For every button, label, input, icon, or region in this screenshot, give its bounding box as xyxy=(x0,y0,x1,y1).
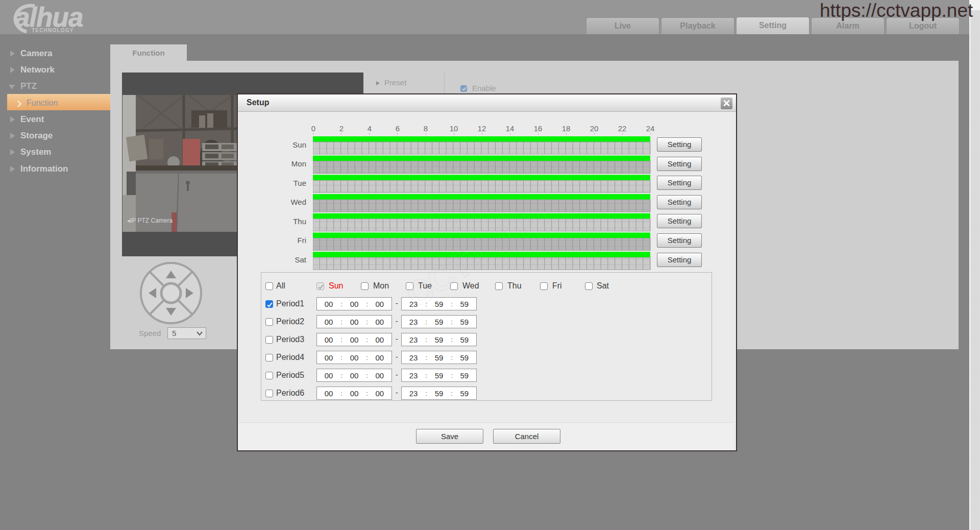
svg-text:TECHNOLOGY: TECHNOLOGY xyxy=(32,28,74,33)
svg-text:◂IP PTZ Camera: ◂IP PTZ Camera xyxy=(127,217,173,224)
